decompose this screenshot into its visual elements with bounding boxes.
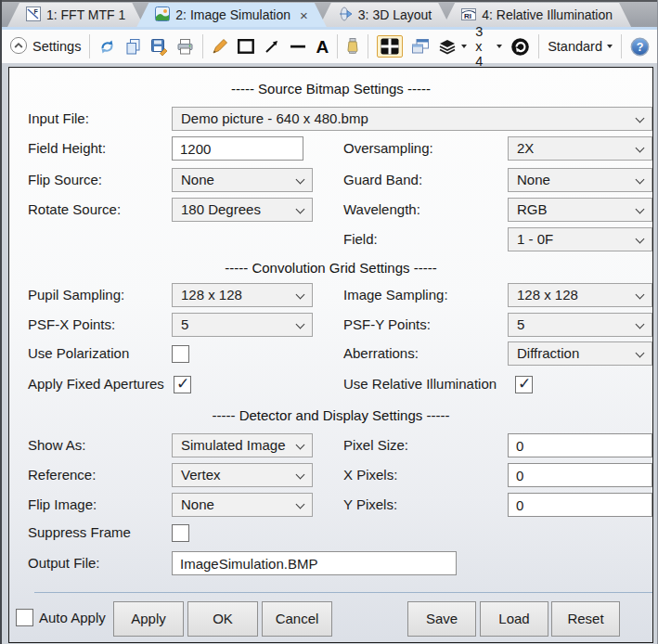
tab-image-simulation[interactable]: 2: Image Simulation × [136, 3, 327, 27]
output-file-label: Output File: [28, 551, 100, 575]
use-relative-illumination-checkbox[interactable]: ✓ [515, 376, 533, 393]
oversampling-dropdown[interactable]: 2X [508, 136, 652, 161]
x-pixels-label: X Pixels: [343, 463, 397, 487]
text-annotate-icon[interactable]: A [316, 38, 329, 56]
chevron-up-circle-icon [9, 36, 28, 58]
grid-size-value: 3 x 4 [475, 24, 492, 69]
reference-dropdown[interactable]: Vertex [172, 463, 313, 487]
refresh-icon[interactable] [98, 38, 116, 56]
apply-fixed-apertures-label: Apply Fixed Apertures [28, 372, 164, 396]
tab-label: 2: Image Simulation [175, 7, 290, 22]
line-annotate-icon[interactable] [289, 38, 307, 55]
print-icon[interactable] [176, 38, 194, 56]
lamp-icon[interactable] [346, 37, 359, 56]
field-label: Field: [343, 227, 378, 251]
psf-x-points-dropdown[interactable]: 5 [172, 313, 313, 337]
window-cascade-icon[interactable] [411, 38, 430, 55]
use-polarization-label: Use Polarization [28, 341, 129, 366]
save-button[interactable]: Save [407, 601, 476, 637]
show-as-dropdown[interactable]: Simulated Image [172, 433, 313, 457]
flip-image-label: Flip Image: [28, 493, 97, 517]
display-mode-dropdown[interactable]: Standard [548, 39, 613, 54]
tab-label: 1: FFT MTF 1 [46, 7, 125, 22]
cancel-button[interactable]: Cancel [262, 601, 332, 637]
auto-apply-label: Auto Apply [39, 606, 106, 630]
y-pixels-input[interactable] [508, 493, 652, 517]
source-section-title: ----- Source Bitmap Settings ----- [9, 81, 652, 97]
pencil-annotate-icon[interactable] [212, 38, 228, 55]
help-icon[interactable]: ? [630, 37, 650, 57]
separator [202, 34, 203, 58]
auto-apply-checkbox[interactable] [16, 609, 33, 626]
ok-button[interactable]: OK [187, 601, 258, 637]
flip-source-dropdown[interactable]: None [172, 168, 313, 192]
suppress-frame-checkbox[interactable] [172, 524, 189, 542]
chevron-down-icon [296, 500, 305, 509]
ri-icon: RI [461, 6, 476, 24]
psf-y-points-label: PSF-Y Points: [343, 313, 431, 337]
wavelength-dropdown[interactable]: RGB [508, 198, 652, 222]
flip-image-dropdown[interactable]: None [172, 493, 313, 517]
apply-button[interactable]: Apply [113, 601, 184, 637]
guard-band-label: Guard Band: [343, 168, 422, 192]
oversampling-label: Oversampling: [343, 136, 433, 161]
chevron-down-icon [296, 441, 305, 450]
separator [368, 34, 368, 58]
lens-icon [338, 6, 353, 24]
wavelength-label: Wavelength: [343, 198, 420, 222]
pixel-size-label: Pixel Size: [343, 433, 408, 457]
settings-label: Settings [32, 39, 81, 54]
grid-size-dropdown[interactable]: 3 x 4 [475, 24, 502, 69]
settings-collapse-button[interactable]: Settings [9, 36, 81, 58]
image-sampling-dropdown[interactable]: 128 x 128 [508, 283, 652, 307]
field-dropdown[interactable]: 1 - 0F [508, 227, 652, 251]
load-button[interactable]: Load [480, 601, 548, 637]
tab-label: 4: Relative Illumination [482, 7, 613, 22]
fft-plot-icon: F [26, 6, 41, 24]
pupil-sampling-dropdown[interactable]: 128 x 128 [172, 283, 313, 307]
image-simulation-window: F 1: FFT MTF 1 2: Image Simulation × 3: … [0, 0, 658, 644]
chevron-down-icon [636, 205, 645, 214]
copy-icon[interactable] [124, 38, 142, 56]
separator [89, 34, 90, 58]
chevron-down-icon [296, 470, 305, 480]
tab-label: 3: 3D Layout [358, 7, 432, 22]
tab-3d-layout[interactable]: 3: 3D Layout [319, 3, 450, 27]
arrow-annotate-icon[interactable] [264, 38, 280, 55]
guard-band-dropdown[interactable]: None [508, 168, 652, 192]
rotate-source-dropdown[interactable]: 180 Degrees [172, 198, 313, 222]
chevron-down-icon [636, 114, 645, 123]
rectangle-annotate-icon[interactable] [237, 38, 255, 55]
chevron-down-icon [296, 290, 305, 300]
image-sampling-label: Image Sampling: [343, 283, 448, 307]
psf-y-points-dropdown[interactable]: 5 [508, 313, 652, 337]
display-mode-value: Standard [548, 39, 602, 54]
image-icon [155, 6, 170, 24]
aberrations-dropdown[interactable]: Diffraction [508, 341, 652, 366]
chevron-down-icon [296, 175, 305, 185]
tab-relative-illumination[interactable]: RI 4: Relative Illumination [443, 3, 631, 27]
auto-update-icon[interactable] [510, 37, 530, 57]
quad-view-button[interactable] [377, 35, 403, 58]
close-icon[interactable]: × [300, 8, 308, 22]
x-pixels-input[interactable] [508, 463, 652, 487]
rotate-source-label: Rotate Source: [28, 198, 121, 222]
chevron-down-icon [497, 45, 502, 48]
use-polarization-checkbox[interactable] [172, 345, 189, 363]
y-pixels-label: Y Pixels: [343, 493, 397, 517]
layers-stack-icon[interactable] [438, 39, 467, 55]
tab-fft-mtf[interactable]: F 1: FFT MTF 1 [7, 3, 144, 27]
save-image-icon[interactable] [150, 38, 168, 56]
suppress-frame-label: Suppress Frame [28, 521, 131, 545]
aberrations-label: Aberrations: [343, 341, 419, 366]
input-file-dropdown[interactable]: Demo picture - 640 x 480.bmp [172, 107, 652, 131]
chevron-down-icon [636, 175, 645, 185]
pupil-sampling-label: Pupil Sampling: [28, 283, 124, 307]
flip-source-label: Flip Source: [28, 168, 102, 192]
output-file-input[interactable] [172, 551, 457, 575]
svg-text:F: F [34, 7, 39, 14]
reset-button[interactable]: Reset [551, 601, 620, 637]
pixel-size-input[interactable] [508, 433, 652, 457]
apply-fixed-apertures-checkbox[interactable]: ✓ [174, 376, 191, 393]
field-height-input[interactable] [172, 136, 303, 161]
